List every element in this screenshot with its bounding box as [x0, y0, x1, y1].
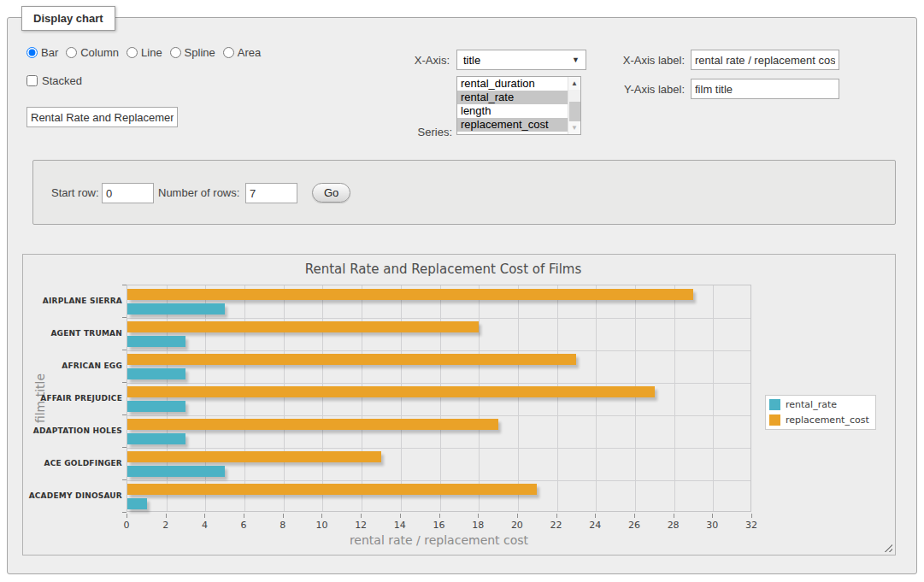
- number-of-rows-label: Number of rows:: [158, 186, 239, 199]
- legend-entry-rental_rate: rental_rate: [769, 399, 869, 410]
- chart-type-option-area[interactable]: Area: [223, 46, 261, 59]
- scroll-down-icon[interactable]: ▼: [568, 121, 580, 134]
- x-tick-mark: [400, 514, 401, 518]
- y-tick-mark: [122, 414, 127, 415]
- bar-replacement_cost-6: [127, 484, 537, 495]
- x-axis-label-input[interactable]: [691, 50, 839, 70]
- bar-rental_rate-6: [127, 498, 147, 509]
- category-label: ACE GOLDFINGER: [25, 459, 122, 467]
- bar-rental_rate-1: [127, 336, 185, 347]
- series-option-rental_duration[interactable]: rental_duration: [457, 77, 580, 91]
- x-tick-label: 32: [745, 520, 757, 531]
- start-row-input[interactable]: [102, 183, 154, 203]
- x-tick-mark: [321, 514, 322, 518]
- bar-rental_rate-0: [127, 303, 225, 315]
- x-tick-label: 6: [241, 520, 247, 531]
- grid-line-horizontal: [127, 480, 750, 481]
- grid-line-vertical: [244, 285, 245, 511]
- grid-line-horizontal: [127, 383, 750, 384]
- legend-swatch-rental_rate: [769, 399, 780, 410]
- start-row-label: Start row:: [51, 186, 99, 199]
- legend-entry-replacement_cost: replacement_cost: [769, 414, 869, 426]
- series-multiselect[interactable]: rental_durationrental_ratelengthreplacem…: [456, 76, 581, 135]
- y-axis-label-input[interactable]: [691, 79, 839, 99]
- x-tick-label: 0: [124, 520, 130, 531]
- chart-type-option-spline[interactable]: Spline: [170, 46, 215, 59]
- y-tick-mark: [122, 317, 127, 318]
- category-label: AFFAIR PREJUDICE: [25, 394, 122, 403]
- x-axis-select[interactable]: title ▼: [456, 50, 586, 70]
- grid-line-horizontal: [127, 415, 750, 416]
- chart-type-radio-column[interactable]: [66, 47, 77, 58]
- chart-type-option-bar[interactable]: Bar: [26, 46, 58, 59]
- chart-type-option-column[interactable]: Column: [66, 46, 119, 59]
- x-tick-label: 2: [162, 520, 168, 531]
- x-tick-label: 22: [550, 520, 562, 531]
- series-options: rental_durationrental_ratelengthreplacem…: [457, 77, 580, 132]
- x-tick-mark: [439, 514, 440, 518]
- bar-rental_rate-2: [127, 368, 185, 379]
- x-tick-mark: [517, 514, 518, 518]
- chart-legend: rental_ratereplacement_cost: [765, 395, 876, 430]
- stacked-checkbox[interactable]: [26, 75, 38, 86]
- grid-line-vertical: [362, 285, 362, 511]
- x-tick-label: 28: [668, 520, 680, 531]
- chart-type-option-line[interactable]: Line: [127, 46, 162, 59]
- x-tick-mark: [634, 514, 635, 518]
- chart-type-label: Bar: [41, 46, 58, 59]
- x-tick-label: 24: [589, 520, 601, 531]
- chart-type-radio-line[interactable]: [127, 47, 138, 58]
- category-label: AIRPLANE SIERRA: [25, 297, 122, 305]
- category-label: ACADEMY DINOSAUR: [25, 491, 122, 500]
- legend-label: rental_rate: [786, 399, 837, 410]
- y-tick-mark: [122, 479, 127, 480]
- chart-type-radio-group: BarColumnLineSplineArea: [26, 46, 268, 59]
- x-axis-label-label: X-Axis label:: [574, 54, 685, 67]
- category-label: AFRICAN EGG: [25, 362, 122, 370]
- grid-line-vertical: [401, 285, 402, 511]
- series-option-length[interactable]: length: [457, 104, 580, 118]
- x-tick-mark: [712, 514, 713, 518]
- go-button[interactable]: Go: [312, 183, 350, 203]
- x-tick-label: 10: [315, 520, 327, 531]
- chart-type-label: Spline: [185, 46, 215, 59]
- grid-line-horizontal: [127, 448, 750, 449]
- grid-line-horizontal: [127, 318, 750, 319]
- chart-type-radio-bar[interactable]: [26, 47, 38, 58]
- x-tick-mark: [166, 514, 167, 518]
- x-tick-label: 26: [628, 520, 640, 531]
- resize-grip[interactable]: [882, 542, 892, 552]
- x-axis-select-label: X-Axis:: [364, 54, 450, 67]
- bar-rental_rate-3: [127, 401, 185, 412]
- chart-title-input[interactable]: [26, 107, 178, 127]
- bar-replacement_cost-1: [127, 321, 479, 332]
- chart-type-radio-area[interactable]: [223, 47, 234, 58]
- bar-rental_rate-4: [127, 433, 185, 444]
- x-tick-label: 16: [433, 520, 445, 531]
- chart-type-radio-spline[interactable]: [170, 47, 181, 58]
- stacked-checkbox-row[interactable]: Stacked: [26, 74, 82, 87]
- y-tick-mark: [122, 512, 127, 513]
- chart-type-label: Area: [238, 46, 261, 59]
- grid-line-vertical: [322, 285, 323, 511]
- x-tick-mark: [478, 514, 479, 518]
- number-of-rows-input[interactable]: [245, 183, 297, 203]
- grid-line-vertical: [518, 285, 519, 511]
- row-range-fieldset: Start row: Number of rows: Go: [32, 160, 896, 225]
- x-tick-label: 4: [202, 520, 208, 531]
- y-tick-mark: [122, 350, 127, 350]
- grid-line-vertical: [479, 285, 480, 511]
- x-tick-label: 18: [472, 520, 484, 531]
- bar-rental_rate-5: [127, 466, 225, 477]
- y-tick-mark: [122, 447, 127, 448]
- legend-label: replacement_cost: [786, 414, 869, 426]
- x-tick-mark: [127, 514, 127, 518]
- chart-type-label: Line: [141, 46, 162, 59]
- plot-area: [127, 285, 751, 512]
- display-chart-fieldset: Display chart BarColumnLineSplineArea St…: [7, 17, 917, 574]
- bar-replacement_cost-5: [127, 451, 381, 462]
- series-option-replacement_cost[interactable]: replacement_cost: [457, 118, 580, 132]
- series-option-rental_rate[interactable]: rental_rate: [457, 91, 580, 104]
- grid-line-vertical: [713, 285, 714, 511]
- x-tick-mark: [361, 514, 362, 518]
